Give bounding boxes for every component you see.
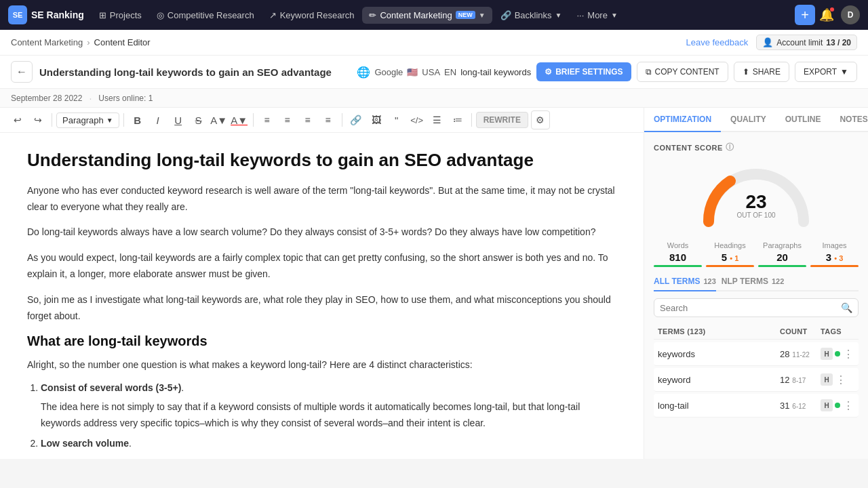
export-button[interactable]: EXPORT ▼ — [795, 62, 857, 82]
logo-text: SE Ranking — [31, 9, 84, 20]
stat-headings-value: 5 • 1 — [706, 251, 754, 263]
stat-images-sub: • 3 — [834, 254, 843, 262]
score-outof: OUT OF 100 — [736, 211, 775, 219]
editor-p2: Do long-tail keywords always have a low … — [27, 224, 616, 241]
nav-item-projects[interactable]: ⊞ Projects — [92, 7, 149, 24]
nav-item-content[interactable]: ✏ Content Marketing NEW ▼ — [362, 7, 492, 24]
align-left-button[interactable]: ≡ — [258, 110, 277, 129]
tab-notes[interactable]: NOTES — [830, 108, 868, 131]
rewrite-button[interactable]: REWRITE — [476, 112, 528, 128]
breadcrumb-right: Leave feedback 👤 Account limit 13 / 20 — [686, 35, 857, 50]
meta-sep: · — [89, 93, 92, 104]
share-button[interactable]: ⬆ SHARE — [734, 62, 789, 82]
panel-tabs: OPTIMIZATION QUALITY OUTLINE NOTES — [644, 108, 868, 132]
stat-headings-label: Headings — [706, 241, 754, 249]
editor-content[interactable]: Understanding long-tail keywords to gain… — [0, 133, 644, 459]
stat-headings: Headings 5 • 1 — [706, 241, 754, 267]
nav-item-competitive[interactable]: ◎ Competitive Research — [150, 7, 261, 24]
nav-item-keyword[interactable]: ↗ Keyword Research — [262, 7, 361, 24]
tab-optimization[interactable]: OPTIMIZATION — [644, 108, 721, 132]
account-limit-badge[interactable]: 👤 Account limit 13 / 20 — [756, 35, 857, 50]
ol-button[interactable]: ≔ — [448, 110, 467, 129]
nav-avatar[interactable]: D — [841, 5, 860, 24]
align-justify-button[interactable]: ≡ — [319, 110, 338, 129]
bold-button[interactable]: B — [128, 110, 147, 129]
editor-p5: Alright, so the number one question is w… — [27, 357, 616, 373]
breadcrumb-current: Content Editor — [94, 37, 151, 47]
term-tags-keyword: H ⋮ — [821, 373, 854, 386]
sliders-button[interactable]: ⚙ — [531, 110, 550, 129]
terms-row-keywords[interactable]: keywords 28 11-22 H ⋮ — [654, 342, 859, 366]
brief-settings-button[interactable]: ⚙ BRIEF SETTINGS — [536, 62, 631, 81]
editor-area[interactable]: ↩ ↪ Paragraph ▼ B I U S A▼ A▼ ≡ ≡ ≡ ≡ 🔗 … — [0, 108, 644, 459]
tag-menu-longtail[interactable]: ⋮ — [842, 399, 854, 411]
nav-bell[interactable]: 🔔 — [819, 7, 834, 22]
align-right-button[interactable]: ≡ — [298, 110, 317, 129]
editor-h2: What are long-tail keywords — [27, 333, 616, 349]
new-badge: NEW — [456, 11, 475, 19]
underline-button[interactable]: U — [169, 110, 188, 129]
terms-tab-nlp[interactable]: NLP TERMS 122 — [722, 277, 784, 290]
breadcrumb-bar: Content Marketing › Content Editor Leave… — [0, 30, 868, 56]
redo-button[interactable]: ↪ — [28, 110, 47, 129]
stat-headings-bar — [706, 265, 754, 267]
ul-button[interactable]: ☰ — [428, 110, 447, 129]
stat-headings-sub: • 1 — [730, 254, 738, 262]
code-button[interactable]: </> — [408, 110, 427, 129]
score-number: 23 — [736, 192, 775, 211]
undo-button[interactable]: ↩ — [8, 110, 27, 129]
breadcrumb-parent[interactable]: Content Marketing — [11, 37, 83, 47]
nav-item-more[interactable]: ··· More ▼ — [570, 7, 624, 24]
nav-plus-button[interactable]: + — [795, 5, 815, 25]
nav-label-backlinks: Backlinks — [515, 10, 552, 20]
nav-logo[interactable]: SE SE Ranking — [8, 5, 84, 24]
leave-feedback-link[interactable]: Leave feedback — [686, 37, 748, 47]
strikethrough-button[interactable]: S — [189, 110, 208, 129]
title-bar: ← Understanding long-tail keywords to ga… — [0, 56, 868, 89]
copy-content-button[interactable]: ⧉ COPY CONTENT — [637, 62, 728, 82]
image-button[interactable]: 🖼 — [367, 110, 386, 129]
stat-words-label: Words — [654, 241, 702, 249]
terms-row-longtail[interactable]: long-tail 31 6-12 H ⋮ — [654, 394, 859, 418]
term-name-keywords: keywords — [658, 349, 780, 359]
projects-icon: ⊞ — [99, 10, 106, 20]
quote-button[interactable]: " — [387, 110, 406, 129]
title-right: 🌐 Google 🇺🇸 USA EN long-tail keywords ⚙ … — [357, 62, 857, 82]
toolbar-sep-4 — [342, 113, 342, 127]
back-button[interactable]: ← — [11, 61, 33, 83]
li1-bold: Consist of several words (3-5+) — [41, 382, 181, 393]
more-chevron-icon: ▼ — [611, 12, 618, 19]
tab-outline[interactable]: OUTLINE — [776, 108, 831, 131]
highlight-button[interactable]: A▼ — [210, 110, 229, 129]
align-center-button[interactable]: ≡ — [278, 110, 297, 129]
stat-paragraphs-value: 20 — [758, 251, 806, 263]
search-input[interactable] — [660, 303, 841, 313]
list-item-2: Low search volume. — [41, 436, 616, 452]
stat-words: Words 810 — [654, 241, 702, 267]
tab-quality[interactable]: QUALITY — [721, 108, 776, 131]
terms-tab-all[interactable]: ALL TERMS 123 — [654, 277, 716, 291]
nav-item-backlinks[interactable]: 🔗 Backlinks ▼ — [494, 7, 569, 24]
logo-icon: SE — [8, 5, 27, 24]
stat-paragraphs: Paragraphs 20 — [758, 241, 806, 267]
info-icon: ⓘ — [726, 142, 734, 153]
editor-p4: So, join me as I investigate what long-t… — [27, 292, 616, 325]
text-color-button[interactable]: A▼ — [230, 110, 249, 129]
google-icon: 🌐 — [357, 66, 370, 79]
tag-menu-keyword[interactable]: ⋮ — [835, 373, 847, 386]
bell-dot — [830, 7, 834, 12]
italic-button[interactable]: I — [149, 110, 167, 129]
terms-row-keyword[interactable]: keyword 12 8-17 H ⋮ — [654, 368, 859, 392]
search-box[interactable]: 🔍 — [654, 298, 859, 317]
tag-menu-keywords[interactable]: ⋮ — [842, 348, 854, 360]
paragraph-select[interactable]: Paragraph ▼ — [56, 113, 119, 128]
toolbar-sep-1 — [52, 113, 52, 127]
share-icon: ⬆ — [743, 67, 749, 77]
search-engine-label: Google — [374, 67, 403, 77]
paragraph-chevron-icon: ▼ — [106, 117, 113, 124]
main-layout: ↩ ↪ Paragraph ▼ B I U S A▼ A▼ ≡ ≡ ≡ ≡ 🔗 … — [0, 108, 868, 459]
link-button[interactable]: 🔗 — [347, 110, 366, 129]
stat-paragraphs-bar — [758, 265, 806, 267]
toolbar-sep-5 — [471, 113, 472, 127]
terms-tabs: ALL TERMS 123 NLP TERMS 122 — [654, 277, 859, 291]
